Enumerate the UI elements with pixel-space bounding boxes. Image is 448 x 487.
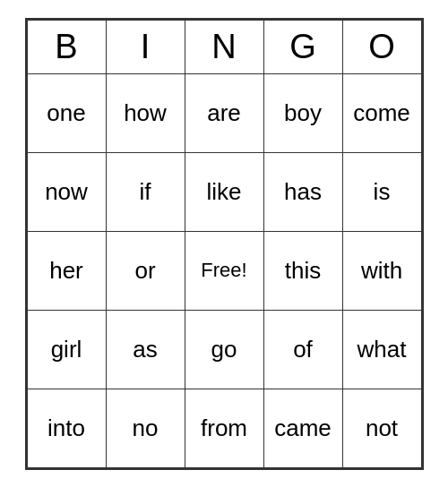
bingo-cell-r0-c1: how bbox=[106, 73, 185, 152]
bingo-cell-r0-c0: one bbox=[27, 73, 106, 152]
bingo-cell-r0-c2: are bbox=[185, 73, 263, 152]
table-row: onehowareboycome bbox=[27, 73, 421, 152]
bingo-cell-r3-c2: go bbox=[185, 310, 263, 389]
header-cell-o: O bbox=[342, 20, 421, 73]
bingo-cell-r3-c0: girl bbox=[27, 310, 106, 389]
bingo-cell-r4-c1: no bbox=[106, 389, 185, 467]
bingo-cell-r2-c0: her bbox=[27, 231, 106, 310]
bingo-cell-r4-c2: from bbox=[185, 389, 263, 467]
table-row: girlasgoofwhat bbox=[27, 310, 421, 389]
bingo-cell-r2-c4: with bbox=[342, 231, 421, 310]
table-row: intonofromcamenot bbox=[27, 389, 421, 467]
table-row: nowiflikehasis bbox=[27, 152, 421, 231]
bingo-cell-r0-c4: come bbox=[342, 73, 421, 152]
bingo-cell-r2-c1: or bbox=[106, 231, 185, 310]
bingo-cell-r3-c3: of bbox=[263, 310, 342, 389]
bingo-cell-r1-c0: now bbox=[27, 152, 106, 231]
bingo-cell-r2-c3: this bbox=[263, 231, 342, 310]
bingo-cell-r3-c1: as bbox=[106, 310, 185, 389]
header-cell-i: I bbox=[106, 20, 185, 73]
header-cell-g: G bbox=[263, 20, 342, 73]
bingo-card: BINGO onehowareboycomenowiflikehasishero… bbox=[25, 18, 424, 470]
bingo-table: BINGO onehowareboycomenowiflikehasishero… bbox=[27, 20, 422, 468]
bingo-cell-r1-c1: if bbox=[106, 152, 185, 231]
bingo-cell-r1-c2: like bbox=[185, 152, 263, 231]
bingo-cell-r0-c3: boy bbox=[263, 73, 342, 152]
bingo-cell-r4-c4: not bbox=[342, 389, 421, 467]
header-row: BINGO bbox=[27, 20, 421, 73]
bingo-cell-r1-c4: is bbox=[342, 152, 421, 231]
header-cell-b: B bbox=[27, 20, 106, 73]
bingo-cell-r2-c2: Free! bbox=[185, 231, 263, 310]
bingo-cell-r4-c3: came bbox=[263, 389, 342, 467]
table-row: herorFree!thiswith bbox=[27, 231, 421, 310]
bingo-cell-r4-c0: into bbox=[27, 389, 106, 467]
header-cell-n: N bbox=[185, 20, 263, 73]
bingo-body: onehowareboycomenowiflikehasisherorFree!… bbox=[27, 73, 421, 467]
bingo-cell-r3-c4: what bbox=[342, 310, 421, 389]
bingo-cell-r1-c3: has bbox=[263, 152, 342, 231]
